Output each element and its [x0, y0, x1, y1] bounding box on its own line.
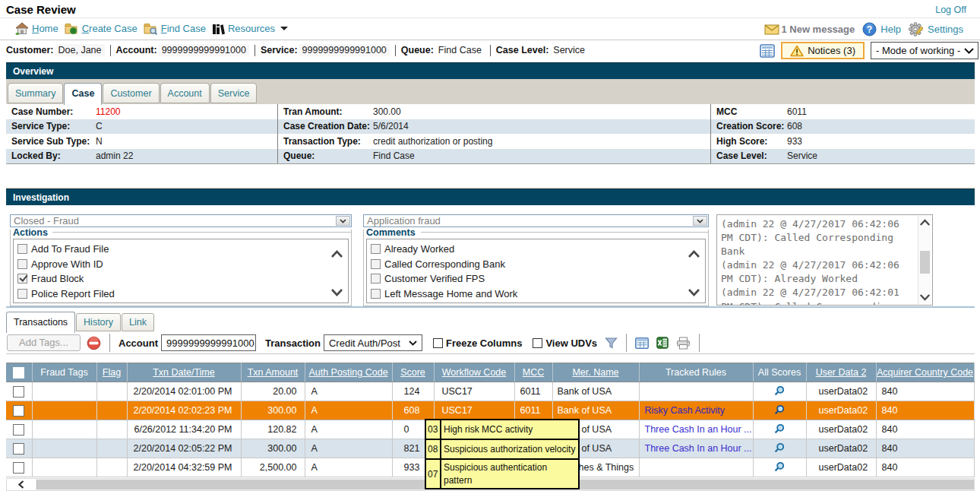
row-checkbox[interactable] — [13, 443, 24, 455]
action-item[interactable]: Approve With ID — [17, 257, 348, 272]
scroll-left-button[interactable] — [7, 479, 36, 490]
new-message-indicator[interactable]: 1 New message — [764, 24, 855, 35]
all-scores-magnifier-icon[interactable] — [774, 404, 785, 415]
col-acquirer-country-code[interactable]: Acquirer Country Code — [876, 363, 974, 382]
all-scores-magnifier-icon[interactable] — [774, 442, 785, 453]
select-all-checkbox[interactable] — [13, 367, 24, 379]
comment-select[interactable]: Application fraud — [363, 214, 709, 227]
scroll-up-icon[interactable] — [919, 219, 931, 226]
col-auth-posting-code[interactable]: Auth Posting Code — [305, 363, 392, 382]
tab-transactions[interactable]: Transactions — [6, 312, 75, 333]
comment-item[interactable]: Customer Verified FPS — [371, 271, 705, 287]
comment-item[interactable]: Called Corresponding Bank — [371, 257, 705, 272]
comment-item[interactable]: Already Worked — [371, 242, 705, 257]
all-scores-magnifier-icon[interactable] — [774, 461, 785, 472]
row-checkbox[interactable] — [13, 462, 24, 474]
tracked-rule-link[interactable]: Three Cash In an Hour ... — [645, 443, 752, 454]
checkbox[interactable] — [371, 259, 381, 269]
col-mer-name[interactable]: Mer. Name — [552, 363, 639, 382]
status-select[interactable]: Closed - Fraud — [10, 214, 352, 227]
settings-button[interactable]: Settings — [909, 22, 963, 36]
all-scores-magnifier-icon[interactable] — [774, 423, 785, 434]
account-select[interactable]: 9999999999991000 — [161, 334, 256, 351]
scroll-up-icon[interactable] — [688, 250, 700, 258]
scrollbar-thumb[interactable] — [920, 251, 930, 274]
col-txn-datetime[interactable]: Txn Date/Time — [127, 363, 241, 382]
log-line: (admin 22 @ 4/27/2017 06:42:06 — [721, 258, 915, 272]
notices-button[interactable]: Notices (3) — [781, 42, 865, 59]
checkbox[interactable] — [17, 289, 27, 299]
tab-service[interactable]: Service — [210, 83, 258, 103]
log-off-link[interactable]: Log Off — [935, 5, 966, 15]
checkbox[interactable] — [371, 289, 381, 299]
scroll-down-icon[interactable] — [919, 293, 931, 301]
remove-tags-icon[interactable] — [87, 336, 101, 350]
col-mcc[interactable]: MCC — [514, 363, 552, 382]
menu-resources[interactable]: Resources — [212, 23, 288, 35]
menu-create-case[interactable]: Create Case — [65, 22, 138, 35]
col-workflow-code[interactable]: Workflow Code — [434, 363, 514, 382]
add-tags-button[interactable]: Add Tags... — [7, 334, 81, 351]
case-list-icon[interactable] — [760, 44, 775, 58]
row-checkbox[interactable] — [13, 386, 24, 398]
help-button[interactable]: ? Help — [862, 22, 901, 36]
freeze-columns-label: Freeze Columns — [446, 337, 522, 349]
row-checkbox[interactable] — [13, 424, 24, 436]
export-excel-button[interactable] — [656, 337, 669, 349]
action-item[interactable]: Police Report Filed — [17, 287, 348, 302]
freeze-columns-checkbox[interactable] — [433, 338, 443, 348]
action-item[interactable]: Fraud Block — [17, 271, 348, 287]
checkbox[interactable] — [371, 244, 381, 254]
actions-fieldset: Actions Add To Fraud File Approve With I… — [10, 230, 352, 306]
field-value: Find Case — [373, 150, 415, 161]
tab-case[interactable]: Case — [64, 83, 102, 105]
checkbox-checked[interactable] — [17, 274, 27, 284]
tab-summary[interactable]: Summary — [8, 83, 63, 103]
queue-label: Queue: — [401, 45, 434, 55]
scroll-down-icon[interactable] — [330, 288, 343, 296]
print-button[interactable] — [676, 337, 691, 350]
transaction-select[interactable]: Credit Auth/Post — [324, 334, 422, 351]
grid-view-button[interactable] — [635, 337, 649, 349]
rule-code: 03 — [426, 420, 441, 439]
log-line: PM CDT): Already Worked — [721, 272, 915, 286]
field-label: Locked By: — [6, 150, 96, 161]
tab-customer[interactable]: Customer — [103, 83, 159, 103]
all-scores-magnifier-icon[interactable] — [774, 385, 785, 396]
mode-of-working-select[interactable]: - Mode of working - — [871, 42, 978, 59]
tab-link[interactable]: Link — [122, 313, 154, 331]
comment-item[interactable]: Left Message Home and Work — [371, 287, 705, 302]
menu-resources-label: Resources — [228, 23, 275, 34]
action-item[interactable]: Add To Fraud File — [17, 242, 348, 257]
checkbox[interactable] — [17, 244, 27, 254]
col-user-data-2[interactable]: User Data 2 — [806, 363, 876, 382]
row-checkbox[interactable] — [13, 405, 24, 417]
action-item[interactable] — [17, 301, 348, 303]
transaction-row-selected[interactable]: 2/20/2014 02:02:23 PM 300.00 A 608 USC17… — [6, 401, 974, 420]
svg-text:?: ? — [867, 24, 872, 35]
checkbox[interactable] — [17, 259, 27, 269]
field-label: MCC — [711, 106, 787, 117]
view-udvs-checkbox[interactable] — [533, 338, 542, 348]
tab-account[interactable]: Account — [160, 83, 210, 103]
col-score[interactable]: Score — [392, 363, 434, 382]
field-value: 608 — [787, 121, 802, 131]
col-txn-amount[interactable]: Txn Amount — [241, 363, 305, 382]
comment-item[interactable] — [371, 301, 705, 303]
tracked-rule-link[interactable]: Risky Cash Activity — [645, 405, 726, 416]
menu-home[interactable]: Home — [15, 22, 58, 35]
comment-log-textarea[interactable]: (admin 22 @ 4/27/2017 06:42:06 PM CDT): … — [716, 214, 933, 306]
case-number-value: 11200 — [96, 106, 120, 117]
col-flag[interactable]: Flag — [96, 363, 127, 382]
scroll-up-icon[interactable] — [330, 250, 343, 258]
queue-value: Find Case — [435, 44, 485, 56]
transaction-row[interactable]: 2/20/2014 02:01:00 PM 20.00 A 124 USC17 … — [6, 382, 974, 401]
tab-history[interactable]: History — [76, 313, 121, 331]
menu-find-case[interactable]: Find Case — [144, 22, 206, 35]
tracked-rule-link[interactable]: Three Cash In an Hour ... — [645, 424, 752, 435]
scroll-down-icon[interactable] — [688, 288, 700, 296]
checkbox[interactable] — [371, 274, 381, 284]
field-value: Service — [787, 150, 817, 161]
filter-button[interactable] — [605, 337, 618, 349]
log-scrollbar[interactable] — [918, 216, 931, 304]
